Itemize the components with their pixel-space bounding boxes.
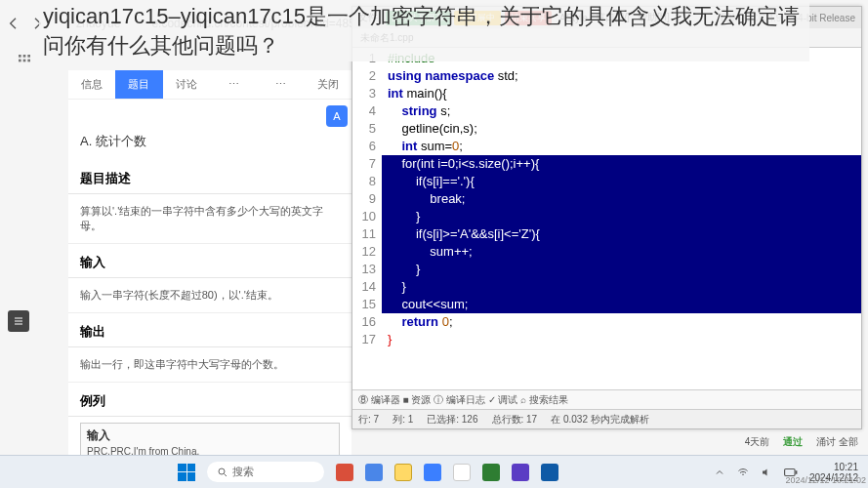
- apps-icon[interactable]: [17, 53, 32, 68]
- tab-more1[interactable]: ⋯: [210, 70, 257, 99]
- chevron-up-icon[interactable]: [714, 467, 725, 478]
- svg-rect-3: [19, 60, 21, 62]
- gutter: 1234567891011121314151617: [352, 50, 382, 389]
- watermark: 2024/12/12 10:21:02: [785, 476, 866, 486]
- taskbar-search[interactable]: 搜索: [207, 462, 324, 482]
- tray-edge-icon[interactable]: [424, 464, 441, 481]
- tab-close[interactable]: 关闭: [305, 70, 351, 99]
- section-description: 算算以'.'结束的一串字符中含有多少个大写的英文字母。: [68, 194, 351, 244]
- status-sel: 已选择: 126: [427, 413, 477, 426]
- watermark-line: 2024/12/12 10:21:02: [785, 476, 866, 486]
- submission-row: 4天前 通过 涌讨 全部: [745, 435, 858, 449]
- search-icon: [217, 467, 228, 478]
- section-output-h: 输出: [68, 313, 351, 347]
- back-icon[interactable]: [6, 16, 21, 31]
- section-output: 输出一行，即这串字符中大写字母的个数。: [68, 347, 351, 383]
- svg-rect-0: [19, 55, 21, 58]
- problem-tabs: 信息 题目 讨论 ⋯ ⋯ 关闭: [68, 70, 351, 100]
- svg-rect-4: [23, 60, 26, 62]
- section-input-h: 输入: [68, 244, 351, 278]
- overlay-answer-text: yiqican17c15–yiqican17c15是一个加密字符串，关于它的具体…: [39, 0, 809, 61]
- taskbar-time: 10:21: [809, 462, 858, 472]
- wifi-icon[interactable]: [737, 467, 749, 478]
- taskbar-search-label: 搜索: [232, 465, 254, 479]
- status-line: 行: 7: [358, 413, 379, 426]
- submission-time: 4天前: [745, 435, 770, 449]
- volume-icon[interactable]: [761, 467, 772, 478]
- tray-app-1[interactable]: [336, 464, 353, 481]
- svg-rect-5: [27, 60, 30, 62]
- ide-statusbar: 行: 7 列: 1 已选择: 126 总行数: 17 在 0.032 秒内完成解…: [352, 409, 861, 428]
- start-button[interactable]: [178, 464, 195, 481]
- taskbar: 搜索 10:21 2024/12/12: [0, 455, 868, 488]
- section-example-h: 例列: [68, 383, 351, 417]
- code-editor[interactable]: 1234567891011121314151617 #includeusing …: [352, 50, 861, 389]
- svg-rect-8: [796, 470, 798, 474]
- ide-window: 文件 正在共享屏幕 大屏展中 结束共享 AStyle 窗口[W] 帮助[H] T…: [351, 6, 862, 429]
- side-float-icon[interactable]: [8, 310, 29, 332]
- status-col: 列: 1: [393, 413, 413, 426]
- svg-point-6: [219, 468, 225, 474]
- code-area[interactable]: #includeusing namespace std;int main(){ …: [382, 50, 861, 389]
- tab-info[interactable]: 信息: [68, 70, 115, 99]
- submission-result: 通过: [783, 435, 803, 449]
- svg-rect-7: [785, 468, 796, 475]
- status-parse: 在 0.032 秒内完成解析: [551, 413, 649, 426]
- submission-more[interactable]: 涌讨 全部: [816, 435, 858, 449]
- browser-side-icons: [6, 47, 43, 74]
- section-input: 输入一串字符(长度不超过80)，以'.'结束。: [68, 278, 351, 313]
- problem-badge: A: [326, 105, 348, 127]
- status-total: 总行数: 17: [492, 413, 538, 426]
- tray-app-5[interactable]: [541, 464, 558, 481]
- svg-rect-2: [27, 55, 30, 58]
- tray-app-4[interactable]: [512, 464, 529, 481]
- ide-bottom-tabs[interactable]: ⑧ 编译器 ■ 资源 ⓘ 编译日志 ✓ 调试 ⌕ 搜索结果: [352, 389, 861, 409]
- sample-input-h: 输入: [87, 427, 333, 444]
- tray-wechat-icon[interactable]: [482, 464, 500, 481]
- tray-folder-icon[interactable]: [394, 464, 412, 481]
- tray-app-2[interactable]: [365, 464, 383, 481]
- tray-app-3[interactable]: [453, 464, 471, 481]
- tab-discuss[interactable]: 讨论: [163, 70, 210, 99]
- problem-panel: 信息 题目 讨论 ⋯ ⋯ 关闭 A A. 统计个数 题目描述 算算以'.'结束的…: [68, 70, 351, 488]
- section-description-h: 题目描述: [68, 160, 351, 194]
- svg-rect-1: [23, 55, 26, 58]
- tab-more2[interactable]: ⋯: [257, 70, 304, 99]
- problem-title: A. 统计个数: [80, 133, 340, 150]
- tab-problem[interactable]: 题目: [115, 70, 162, 99]
